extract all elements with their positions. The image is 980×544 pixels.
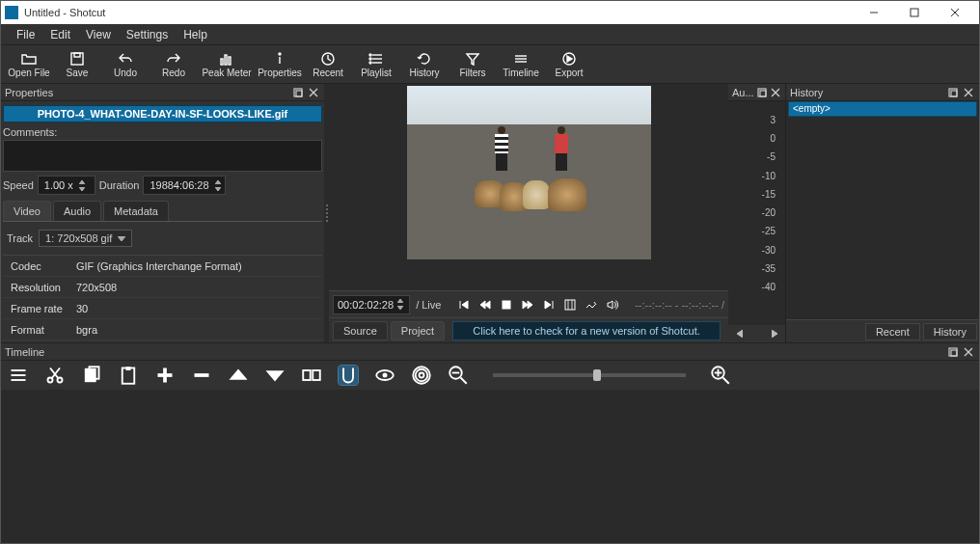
recent-button[interactable]: Recent <box>304 47 352 81</box>
tl-paste-button[interactable] <box>119 366 138 385</box>
svg-rect-1 <box>911 9 918 16</box>
float-timeline-button[interactable] <box>946 345 960 359</box>
history-item-empty[interactable]: <empty> <box>788 101 977 117</box>
properties-button[interactable]: Properties <box>256 47 304 81</box>
svg-rect-5 <box>74 53 80 57</box>
save-button[interactable]: Save <box>53 47 101 81</box>
tl-ripple-button[interactable] <box>412 366 431 385</box>
timeline-button[interactable]: Timeline <box>497 47 545 81</box>
tab-video[interactable]: Video <box>3 201 51 221</box>
undo-button[interactable]: Undo <box>101 47 150 81</box>
titlebar: Untitled - Shotcut <box>1 1 979 24</box>
menu-edit[interactable]: Edit <box>42 26 78 43</box>
properties-title: Properties <box>5 87 53 98</box>
tl-zoom-in-button[interactable] <box>711 366 730 385</box>
tl-menu-button[interactable] <box>9 366 28 385</box>
volume-button[interactable] <box>607 299 618 311</box>
zoom-button[interactable] <box>564 299 576 311</box>
undo-icon <box>118 51 133 67</box>
duration-spinbox[interactable]: 19884:06:28 <box>143 176 225 195</box>
fastfwd-button[interactable] <box>522 299 533 311</box>
tl-copy-button[interactable] <box>82 366 101 385</box>
svg-rect-23 <box>296 91 302 96</box>
tl-snap-button[interactable] <box>339 366 358 385</box>
history-icon <box>417 51 432 67</box>
close-timeline-button[interactable] <box>962 345 975 359</box>
tl-append-button[interactable] <box>155 366 175 385</box>
svg-point-15 <box>369 54 371 56</box>
grid-button[interactable] <box>585 299 597 311</box>
update-banner[interactable]: Click here to check for a new version of… <box>452 321 721 340</box>
svg-rect-6 <box>221 59 223 65</box>
in-out-range: --:--:--:-- - --:--:--:-- / <box>635 299 724 311</box>
stop-button[interactable] <box>501 299 512 311</box>
player-panel: 00:02:02:28 / Live --:--:--:-- - --:--:-… <box>329 84 728 342</box>
svg-rect-26 <box>503 301 510 309</box>
svg-rect-53 <box>313 370 320 380</box>
export-icon <box>561 51 577 67</box>
playlist-button[interactable]: Playlist <box>352 47 400 81</box>
history-dock-tab[interactable]: History <box>923 323 977 340</box>
tl-split-button[interactable] <box>302 366 321 385</box>
project-tab[interactable]: Project <box>391 321 445 340</box>
tl-zoom-slider[interactable] <box>493 373 686 377</box>
tl-remove-button[interactable] <box>192 366 211 385</box>
peak-meter-button[interactable]: Peak Meter <box>198 47 256 81</box>
preview-canvas[interactable] <box>407 86 651 259</box>
timecode-field[interactable]: 00:02:02:28 <box>333 295 410 314</box>
tab-audio[interactable]: Audio <box>53 201 101 221</box>
properties-panel: Properties PHOTO-4_WHAT-ONE-DAY-IN-SF-LO… <box>1 84 324 342</box>
skip-next-button[interactable] <box>543 299 555 311</box>
menubar: File Edit View Settings Help <box>1 24 979 45</box>
svg-rect-37 <box>951 350 957 356</box>
tl-scrub-button[interactable] <box>375 366 395 385</box>
svg-rect-48 <box>126 367 131 370</box>
tl-lift-button[interactable] <box>229 366 248 385</box>
speed-spinbox[interactable]: 1.00 x <box>38 176 95 195</box>
recent-dock-tab[interactable]: Recent <box>865 323 920 340</box>
svg-rect-33 <box>951 91 957 96</box>
float-panel-button[interactable] <box>291 86 305 99</box>
svg-rect-4 <box>71 53 83 65</box>
close-meter-button[interactable] <box>770 86 781 99</box>
open-file-button[interactable]: Open File <box>5 47 53 81</box>
timeline-icon <box>513 51 529 67</box>
filters-button[interactable]: Filters <box>449 47 497 81</box>
menu-file[interactable]: File <box>9 26 42 43</box>
minimize-button[interactable] <box>854 1 894 24</box>
app-icon <box>5 6 18 19</box>
maximize-button[interactable] <box>894 1 935 24</box>
redo-button[interactable]: Redo <box>150 47 198 81</box>
svg-line-63 <box>723 378 729 384</box>
close-panel-button[interactable] <box>307 86 320 99</box>
svg-point-56 <box>420 373 424 378</box>
float-history-button[interactable] <box>946 86 960 99</box>
menu-settings[interactable]: Settings <box>119 26 176 43</box>
comments-field[interactable] <box>3 140 322 172</box>
tl-overwrite-button[interactable] <box>265 366 285 385</box>
meter-scroll[interactable] <box>728 325 785 342</box>
source-tab[interactable]: Source <box>333 321 388 340</box>
history-button[interactable]: History <box>400 47 449 81</box>
meter-scale: 30-5-10-15-20-25-30-35-40 <box>762 101 776 306</box>
skip-prev-button[interactable] <box>458 299 470 311</box>
svg-rect-52 <box>303 370 311 380</box>
menu-help[interactable]: Help <box>176 26 215 43</box>
tl-zoom-out-button[interactable] <box>449 366 468 385</box>
meter-icon <box>219 51 234 67</box>
track-combobox[interactable]: 1: 720x508 gif <box>39 230 132 247</box>
tab-metadata[interactable]: Metadata <box>103 201 169 221</box>
rewind-button[interactable] <box>479 299 491 311</box>
svg-rect-8 <box>229 57 231 65</box>
timeline-title: Timeline <box>5 346 44 358</box>
close-history-button[interactable] <box>962 86 975 99</box>
timeline-tracks[interactable] <box>1 390 979 543</box>
tl-cut-button[interactable] <box>45 366 65 385</box>
svg-rect-28 <box>758 89 766 96</box>
export-button[interactable]: Export <box>545 47 593 81</box>
float-meter-button[interactable] <box>756 86 768 99</box>
menu-view[interactable]: View <box>78 26 119 43</box>
clip-name[interactable]: PHOTO-4_WHAT-ONE-DAY-IN-SF-LOOKS-LIKE.gi… <box>3 105 322 122</box>
main-toolbar: Open File Save Undo Redo Peak Meter Prop… <box>1 45 979 84</box>
close-button[interactable] <box>935 1 975 24</box>
